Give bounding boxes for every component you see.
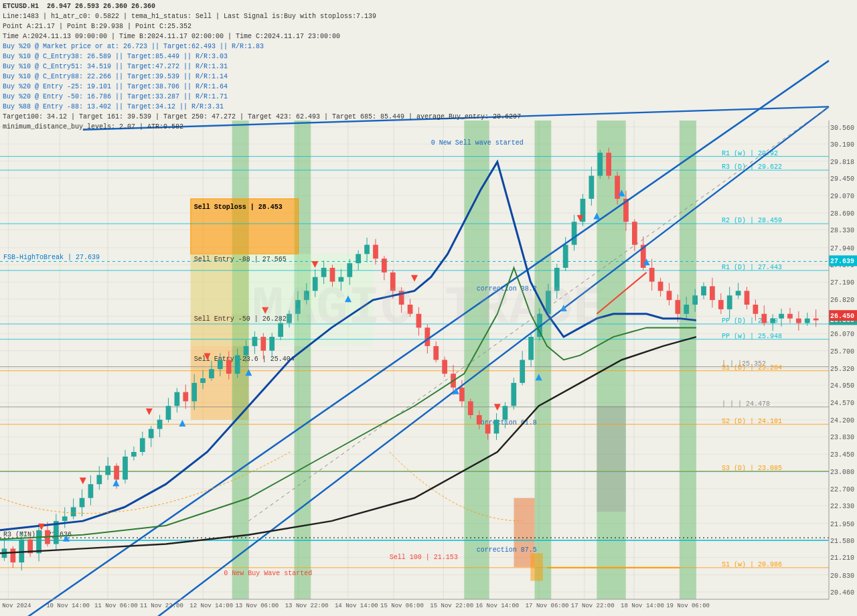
chart-container: ETCUSD.H1 26.947 26.593 26.360 26.360 Li…	[0, 0, 857, 616]
chart-canvas	[0, 0, 857, 616]
